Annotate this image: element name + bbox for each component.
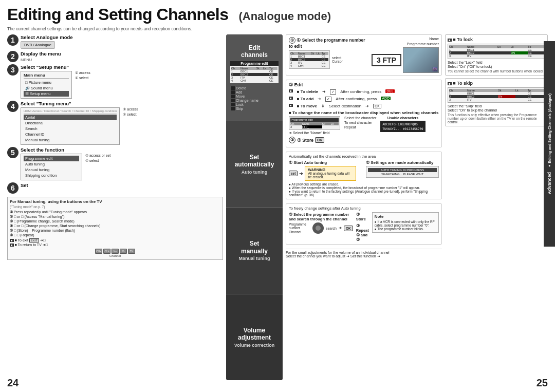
step-3-title: Select "Setup menu"	[21, 64, 223, 70]
page-number-right: 25	[536, 377, 548, 389]
dpad-icon	[312, 222, 324, 234]
tuning-channel-id[interactable]: Channel ID	[24, 132, 117, 137]
func-manual[interactable]: Manual tuning	[24, 167, 79, 173]
volume-section: Volumeadjustment Volume correction	[226, 294, 283, 381]
set-auto-section: Setautomatically Auto tuning	[226, 121, 283, 208]
step-4-title: Select "Tuning menu"	[21, 101, 223, 106]
store-section: ③ ③ Store OK	[289, 137, 439, 143]
step-6-number: 6	[7, 182, 18, 194]
manual-arrow: ➜	[339, 226, 342, 230]
step-3: 3 Select "Setup menu" Main menu □ Pictur…	[7, 64, 223, 99]
manual-ok-btn[interactable]: OK	[344, 226, 353, 231]
skip-note: This function is only effective when pre…	[448, 113, 545, 124]
step-4-number: 4	[7, 101, 18, 112]
step-2: 2 Display the menu MENU	[7, 51, 223, 62]
select-prog-left: ① ① Select the programme number to edit …	[289, 37, 367, 70]
manual-step4: ④ □ or □ (Change programme, Start search…	[10, 224, 220, 228]
func-auto-tuning[interactable]: Auto tuning	[24, 161, 79, 167]
step-1-title: Select Analogue mode	[21, 34, 223, 40]
volume-text: For the small adjustments for the volume…	[286, 251, 442, 254]
usable-chars-label: Usable characters	[387, 116, 418, 120]
auto-tuning-inner: ① Start Auto tuning set ➜ WARNING All an…	[289, 160, 439, 181]
warning-text: All analogue tuning data will be erased.	[308, 172, 353, 179]
change-name-title: ■ To change the name of the broadcaster …	[289, 110, 439, 115]
select-labels: select Cursor	[332, 56, 343, 63]
add-btn: ✓	[325, 97, 331, 102]
step-3-menu: Main menu □ Picture menu 🔊 Sound menu ☰ …	[21, 71, 223, 99]
auto-result-text: SEARCHING... PLEASE WAIT	[368, 173, 437, 176]
delete-square: ■	[289, 89, 293, 92]
prog-channel-labels: Programme number Channel	[289, 222, 310, 234]
delete-btn: ✓	[330, 89, 336, 95]
manual-step1-area: ③ Select the programme number and search…	[289, 212, 353, 234]
menu-setup[interactable]: ☰ Setup menu	[24, 91, 69, 97]
tuning-directional[interactable]: Directional	[24, 120, 117, 126]
to-exit: ■ ■ To exit EXIT ➜□	[10, 238, 220, 242]
left-panel: 1 Select Analogue mode DVB / Analogue 2 …	[7, 34, 223, 380]
prog-edit-label: Programme edit	[230, 61, 279, 66]
add-label: ■ To add	[297, 97, 314, 101]
func-prog-edit[interactable]: Programme edit	[24, 156, 79, 161]
menu-sound[interactable]: 🔊 Sound menu	[24, 85, 69, 91]
func-shipping[interactable]: Shipping condition	[24, 173, 79, 178]
channel-preview-image: 🌆	[403, 47, 439, 73]
manual-step1: ① Press repeatedly until "Tuning mode" a…	[10, 210, 220, 214]
main-menu-box: Main menu □ Picture menu 🔊 Sound menu ☰ …	[21, 71, 72, 99]
step-3-content: Select "Setup menu" Main menu □ Picture …	[21, 64, 223, 99]
header: Editing and Setting Channels (Analogue m…	[7, 5, 548, 24]
skip-item: Skip	[231, 107, 278, 110]
to-lock-box: ■ ■ To lock Ch.NameSkLkTp 1BBC1CE 2BBC2O…	[445, 34, 548, 76]
step-2-title: Display the menu	[21, 51, 223, 57]
name-edit-screen: Programme edit Ch.NameSkLk 3FTP_	[289, 116, 340, 130]
delete-label: ■ To delete	[297, 89, 319, 94]
move-arrow: ⇕	[321, 104, 325, 108]
lock-item: Lock	[231, 103, 278, 106]
auto-arrow: ➜	[299, 171, 303, 176]
auto-step2-title: ② Settings are made automatically	[366, 160, 439, 165]
step-6: 6 Set	[7, 182, 223, 194]
auto-step1-content: set ➜ WARNING All analogue tuning data w…	[289, 166, 362, 181]
manual-store-title: ③ Store	[356, 212, 369, 221]
function-menu-box: Programme edit Auto tuning Manual tuning…	[21, 154, 82, 180]
search-lbl: search	[326, 227, 337, 230]
tuning-aerial[interactable]: Aerial	[24, 115, 117, 120]
tuning-manual[interactable]: Manual tuning	[24, 137, 117, 143]
auto-tuning-label: Auto tuning	[242, 170, 267, 175]
add-square: ■	[289, 97, 293, 100]
page-number-left: 24	[7, 377, 18, 389]
step-1-number: 1	[7, 34, 18, 46]
add-item: Add	[231, 90, 278, 94]
step-4-content: Select "Tuning menu" HDMI Aerials / Dire…	[21, 101, 223, 145]
tuning-menu-box: HDMI Aerials / Directional / Search / Ch…	[21, 107, 120, 145]
repeat-label: Repeat	[344, 125, 376, 129]
to-move-row: ■ ■ To move ⇕ Select destination ➜ OK	[289, 104, 439, 108]
main-menu-title: Main menu	[24, 73, 69, 79]
set-manual-section: Setmanually Manual tuning	[226, 208, 283, 294]
note-title: Note	[375, 214, 436, 219]
ok-button[interactable]: OK	[315, 137, 324, 143]
volume-title: Volumeadjustment	[238, 327, 271, 342]
char-grid: ABCDEFGHIJKLMNOPQRS TUVWXYZ... #01234567…	[380, 121, 425, 132]
move-square: ■	[289, 104, 293, 107]
auto-result-screen: AUTO TUNING IN PROGRESS SEARCHING... PLE…	[366, 166, 439, 178]
manual-store-repeat: ③ Store ③ Repeat ① and ②	[356, 212, 369, 242]
auto-section-subtitle: Automatically set the channels received …	[289, 154, 439, 159]
auto-note3: ● If you want to return to the factory s…	[289, 190, 439, 197]
select-char-label: Select the character	[344, 116, 376, 120]
exit-btn[interactable]: EXIT	[29, 238, 39, 242]
middle-panel: Editchannels Programme edit Ch.NameSkLkT…	[226, 34, 283, 380]
lock-square: ■	[448, 39, 452, 42]
lock-screen: Ch.NameSkLkTp 1BBC1CE 2BBC2ONCE 3ITVCE	[448, 44, 545, 59]
auto-note1: ● All previous settings are erased.	[289, 182, 439, 186]
step-5-labels: ② access or set ① select	[85, 154, 110, 163]
lock-step1: Select the "Lock" field	[448, 61, 545, 64]
step-6-content: Set	[21, 182, 223, 189]
step-5-number: 5	[7, 147, 18, 158]
intro-text: The current channel settings can be chan…	[7, 26, 548, 31]
set-auto-title: Setautomatically	[235, 154, 274, 169]
delete-item: Delete	[231, 86, 278, 90]
move-arrow2: ➜	[365, 104, 369, 108]
menu-picture[interactable]: □ Picture menu	[24, 80, 69, 85]
auto-ok-btn[interactable]: set	[289, 171, 298, 176]
tuning-search[interactable]: Search	[24, 126, 117, 132]
